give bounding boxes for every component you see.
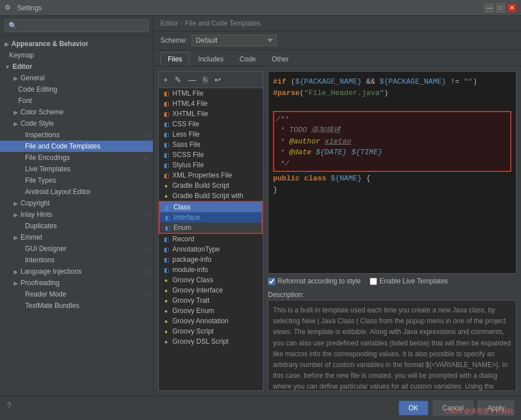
reformat-checkbox[interactable] (268, 278, 275, 285)
description-label: Description: (268, 289, 516, 300)
sidebar-item-file-and-code-templates[interactable]: File and Code Templates (0, 141, 153, 152)
tab-other[interactable]: Other (264, 52, 296, 66)
sidebar-item-font[interactable]: Font (0, 95, 153, 106)
sidebar-item-inspections[interactable]: Inspections □ (0, 129, 153, 141)
xml-icon: ◧ (162, 171, 170, 179)
groovy-dsl-icon: ● (162, 337, 170, 345)
live-templates-checkbox-label[interactable]: Enable Live Templates (370, 277, 448, 285)
breadcrumb-separator: › (180, 19, 183, 27)
file-item-gradle-build-with[interactable]: ● Gradle Build Script with (159, 191, 263, 201)
tabs-bar: Files Includes Code Other (154, 50, 521, 67)
file-item-sass[interactable]: ◧ Sass File (159, 139, 263, 150)
sidebar-item-inlay-hints[interactable]: ▶ Inlay Hints □ (0, 209, 153, 220)
package-info-icon: ◧ (162, 256, 170, 263)
file-item-xml-properties[interactable]: ◧ XML Properties File (159, 170, 263, 180)
scheme-bar: Scheme: Default Project (154, 31, 521, 50)
file-item-groovy-script[interactable]: ● Groovy Script (159, 326, 263, 336)
live-templates-checkbox[interactable] (370, 278, 377, 285)
arrow-icon: ▶ (14, 212, 18, 218)
sidebar-item-code-editing[interactable]: Code Editing (0, 84, 153, 95)
watermark: CSDN @涛哥是个大帅比 (445, 407, 514, 415)
html-icon: ◧ (162, 89, 170, 97)
code-line-date: * @date ${DATE} ${TIME} (276, 147, 508, 158)
file-item-html4[interactable]: ◧ HTML4 File (159, 98, 263, 109)
file-item-xhtml[interactable]: ◧ XHTML File (159, 109, 263, 119)
search-input[interactable] (5, 19, 148, 32)
help-button[interactable]: ? (7, 401, 11, 415)
sidebar-item-duplicates[interactable]: Duplicates (0, 220, 153, 232)
file-item-less[interactable]: ◧ Less File (159, 129, 263, 139)
scheme-select[interactable]: Default Project (192, 35, 277, 46)
groovy-enum-icon: ● (162, 307, 170, 315)
sidebar-item-reader-mode[interactable]: Reader Mode □ (0, 289, 153, 300)
annotation-icon: ◧ (162, 245, 170, 253)
code-line-1: #if (${PACKAGE_NAME} && ${PACKAGE_NAME} … (273, 76, 511, 88)
code-line-class: public class ${NAME} { (273, 173, 511, 184)
edit-template-button[interactable]: ✎ (172, 74, 184, 85)
sidebar-item-appearance[interactable]: ▶ Appearance & Behavior (0, 38, 153, 50)
file-item-enum[interactable]: ◧ Enum (160, 223, 262, 233)
nav-tree: ▶ Appearance & Behavior Keymap ▼ Editor … (0, 36, 153, 396)
stylus-icon: ◧ (162, 161, 170, 169)
file-item-groovy-dsl[interactable]: ● Groovy DSL Script (159, 336, 263, 347)
close-button[interactable]: ✕ (507, 3, 516, 13)
sidebar-item-language-injections[interactable]: ▶ Language Injections □ (0, 266, 153, 277)
sidebar-item-android-layout-editor[interactable]: Android Layout Editor (0, 186, 153, 197)
file-item-gradle-build[interactable]: ● Gradle Build Script (159, 180, 263, 191)
tab-files[interactable]: Files (160, 52, 189, 66)
sidebar-item-intentions[interactable]: Intentions (0, 254, 153, 266)
ok-button[interactable]: OK (399, 401, 428, 415)
file-item-stylus[interactable]: ◧ Stylus File (159, 160, 263, 170)
sidebar-item-code-style[interactable]: ▶ Code Style (0, 118, 153, 129)
groovy-script-icon: ● (162, 327, 170, 335)
minimize-button[interactable]: — (485, 3, 494, 13)
reset-template-button[interactable]: ↩ (212, 74, 224, 85)
file-item-groovy-class[interactable]: ● Groovy Class (159, 275, 263, 285)
sidebar-item-editor[interactable]: ▼ Editor (0, 61, 153, 72)
sidebar-item-emmet[interactable]: ▶ Emmet (0, 232, 153, 243)
reformat-checkbox-label[interactable]: Reformat according to style (268, 277, 361, 285)
code-line-comment-open: /** (276, 114, 508, 125)
code-editor[interactable]: #if (${PACKAGE_NAME} && ${PACKAGE_NAME} … (268, 71, 516, 274)
maximize-button[interactable]: □ (496, 3, 505, 13)
add-template-button[interactable]: + (161, 74, 170, 85)
file-item-html[interactable]: ◧ HTML File (159, 88, 263, 98)
sidebar-item-proofreading[interactable]: ▶ Proofreading (0, 277, 153, 289)
right-panel: Editor › File and Code Templates Scheme:… (154, 16, 521, 396)
description-area: This is a built-in template used each ti… (268, 300, 516, 391)
file-item-css[interactable]: ◧ CSS File (159, 119, 263, 129)
html4-icon: ◧ (162, 100, 170, 108)
sidebar-item-file-encodings[interactable]: File Encodings □ (0, 152, 153, 163)
file-list-toolbar: + ✎ — ⎘ ↩ (159, 72, 263, 88)
tab-code[interactable]: Code (232, 52, 263, 66)
live-templates-label: Enable Live Templates (379, 277, 448, 285)
remove-template-button[interactable]: — (186, 74, 199, 85)
reformat-label: Reformat according to style (278, 277, 361, 285)
tab-includes[interactable]: Includes (191, 52, 231, 66)
sidebar-item-textmate-bundles[interactable]: TextMate Bundles (0, 300, 153, 311)
file-item-groovy-interface[interactable]: ● Groovy Interface (159, 285, 263, 295)
file-item-groovy-enum[interactable]: ● Groovy Enum (159, 306, 263, 316)
copy-template-button[interactable]: ⎘ (201, 74, 210, 85)
file-item-record[interactable]: ◧ Record (159, 234, 263, 244)
file-item-class[interactable]: ◧ Class (160, 202, 262, 212)
content-area: + ✎ — ⎘ ↩ ◧ HTML File ◧ HTML4 File (154, 67, 521, 396)
file-item-package-info[interactable]: ◧ package-info (159, 254, 263, 265)
sidebar-item-copyright[interactable]: ▶ Copyright (0, 197, 153, 209)
file-item-groovy-annotation[interactable]: ● Groovy Annotation (159, 316, 263, 326)
file-item-groovy-trait[interactable]: ● Groovy Trait (159, 295, 263, 306)
arrow-open-icon: ▼ (5, 64, 10, 70)
sidebar-item-general[interactable]: ▶ General (0, 72, 153, 84)
groovy-annotation-icon: ● (162, 317, 170, 325)
sidebar-item-gui-designer[interactable]: GUI Designer □ (0, 243, 153, 254)
sidebar-item-file-types[interactable]: File Types (0, 175, 153, 186)
file-item-module-info[interactable]: ◧ module-info (159, 265, 263, 275)
groovy-interface-icon: ● (162, 286, 170, 294)
sidebar-item-color-scheme[interactable]: ▶ Color Scheme (0, 106, 153, 118)
sidebar-item-live-templates[interactable]: Live Templates (0, 163, 153, 175)
sidebar-item-keymap[interactable]: Keymap (0, 50, 153, 61)
file-item-interface[interactable]: ◧ Interface (160, 212, 262, 223)
title-bar: ⚙ Settings — □ ✕ (0, 0, 521, 16)
file-item-scss[interactable]: ◧ SCSS File (159, 150, 263, 160)
file-item-annotation-type[interactable]: ◧ AnnotationType (159, 244, 263, 254)
